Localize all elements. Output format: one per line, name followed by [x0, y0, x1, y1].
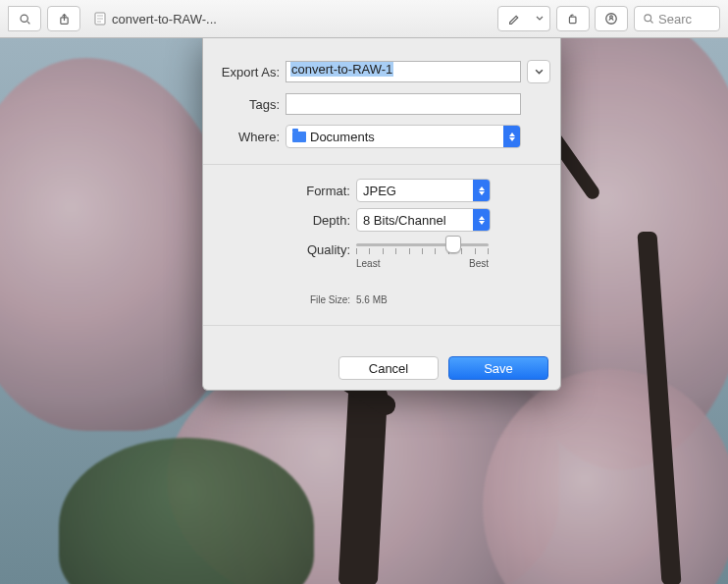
- expand-save-dialog-button[interactable]: [527, 60, 550, 83]
- search-placeholder: Searc: [658, 12, 692, 27]
- info-button[interactable]: [595, 6, 628, 31]
- where-value: Documents: [310, 130, 375, 144]
- svg-rect-4: [569, 17, 576, 24]
- title-fragment: convert-to-RAW-...: [112, 12, 217, 27]
- rotate-button[interactable]: [556, 6, 590, 31]
- format-select[interactable]: JPEG: [356, 179, 491, 202]
- cancel-button[interactable]: Cancel: [338, 356, 439, 380]
- svg-line-8: [650, 21, 652, 23]
- zoom-button[interactable]: [8, 6, 41, 31]
- svg-point-7: [645, 15, 651, 22]
- export-dialog: Export As: convert-to-RAW-1 Tags: Where:…: [202, 38, 561, 391]
- depth-label: Depth:: [203, 213, 356, 228]
- file-size-value: 5.6 MB: [356, 294, 388, 305]
- folder-icon: [292, 132, 306, 142]
- depth-select[interactable]: 8 Bits/Channel: [356, 208, 491, 232]
- markup-dropdown[interactable]: [530, 6, 550, 31]
- where-label: Where:: [203, 130, 286, 144]
- toolbar-search[interactable]: Searc: [634, 6, 720, 31]
- markup-button[interactable]: [497, 6, 531, 31]
- document-icon: [94, 12, 106, 26]
- tags-label: Tags:: [203, 97, 286, 112]
- save-button[interactable]: Save: [448, 356, 548, 380]
- depth-value: 8 Bits/Channel: [363, 213, 446, 228]
- quality-max-label: Best: [469, 258, 489, 269]
- cancel-label: Cancel: [369, 361, 408, 376]
- export-as-input[interactable]: convert-to-RAW-1: [286, 61, 521, 82]
- where-select[interactable]: Documents: [286, 125, 521, 148]
- svg-line-1: [26, 21, 28, 23]
- window-toolbar: convert-to-RAW-... Searc: [0, 0, 728, 38]
- share-button[interactable]: [47, 6, 80, 31]
- export-as-label: Export As:: [203, 65, 286, 80]
- quality-min-label: Least: [356, 258, 380, 269]
- svg-point-6: [610, 16, 613, 19]
- quality-label: Quality:: [203, 242, 356, 257]
- svg-point-0: [21, 15, 27, 22]
- format-label: Format:: [203, 184, 356, 198]
- quality-slider[interactable]: Least Best: [356, 238, 489, 261]
- tags-input[interactable]: [286, 93, 521, 115]
- search-icon: [643, 13, 654, 25]
- file-size-label: File Size:: [203, 294, 356, 305]
- save-label: Save: [484, 361, 513, 376]
- format-value: JPEG: [363, 184, 396, 198]
- image-viewport: Export As: convert-to-RAW-1 Tags: Where:…: [0, 38, 728, 584]
- export-as-value: convert-to-RAW-1: [290, 62, 393, 77]
- quality-thumb[interactable]: [445, 236, 461, 253]
